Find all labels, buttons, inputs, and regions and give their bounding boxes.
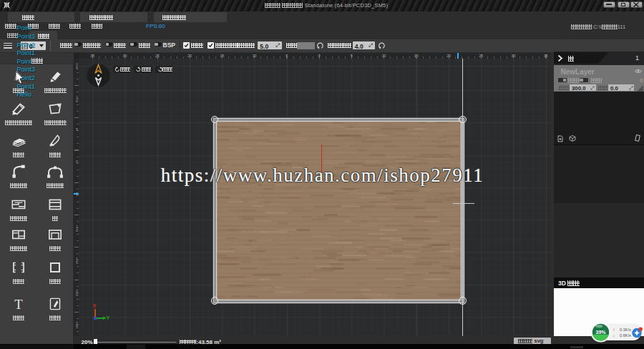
svg-text:T: T [14, 297, 23, 312]
svg-text:39%: 39% [595, 330, 606, 335]
